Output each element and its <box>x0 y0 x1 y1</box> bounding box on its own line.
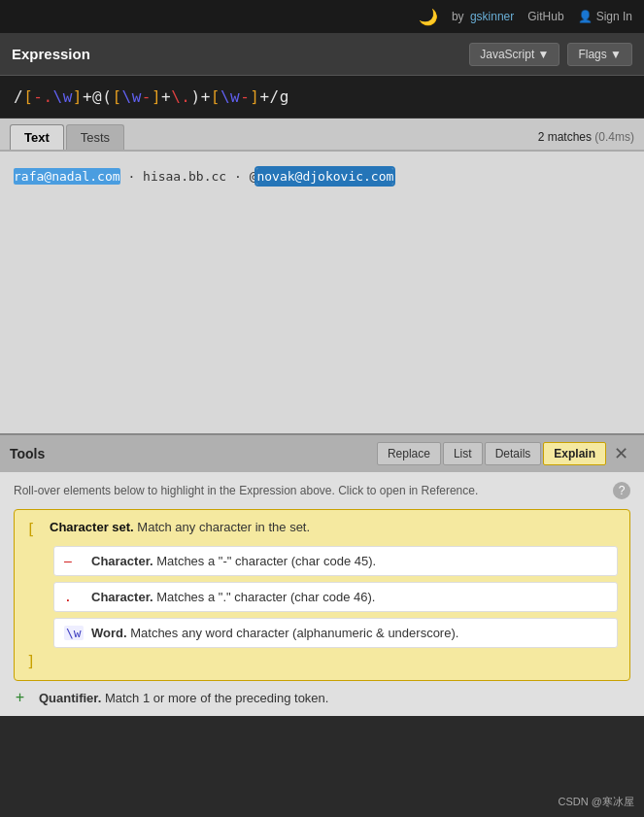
expr-plus-1: + <box>83 87 92 106</box>
help-icon[interactable]: ? <box>613 482 630 499</box>
tools-title: Tools <box>10 446 45 461</box>
charset-label-strong: Character set. <box>50 520 134 534</box>
explain-child-w[interactable]: \w Word. Matches any word character (alp… <box>53 618 618 648</box>
expr-dash: - <box>33 87 43 106</box>
header-title: Expression <box>12 46 90 62</box>
expr-plus-2: + <box>161 87 171 106</box>
expr-open-bracket-2: [ <box>112 87 121 106</box>
match-1: rafa@nadal.com <box>14 168 120 185</box>
charset-row: [ Character set. Match any character in … <box>26 520 618 538</box>
expr-backslash-w-1: \w <box>53 87 73 106</box>
signin-link[interactable]: 👤 Sign In <box>578 10 632 23</box>
tab-text[interactable]: Text <box>10 124 64 150</box>
quantifier-label-strong: Quantifier. <box>39 691 101 705</box>
tools-close-button[interactable]: ✕ <box>608 441 634 466</box>
expr-close-bracket-2: ] <box>152 87 161 106</box>
charset-desc: Match any character in the set. <box>137 520 310 534</box>
header-buttons: JavaScript ▼ Flags ▼ <box>469 43 632 66</box>
close-bracket-sym: ] <box>26 652 618 670</box>
expr-dash-2: - <box>142 87 152 106</box>
expression-bar: /[-.\w]+@([\w-]+\.)+[\w-]+/g <box>0 76 644 119</box>
expression-text[interactable]: /[-.\w]+@([\w-]+\.)+[\w-]+/g <box>14 87 289 106</box>
gskinner-link[interactable]: gskinner <box>470 10 514 23</box>
expr-plus-3: + <box>201 87 211 106</box>
matches-count: 2 matches <box>538 130 592 144</box>
expr-flag: g <box>280 87 289 106</box>
matches-info: 2 matches (0.4ms) <box>538 130 634 150</box>
expr-close-bracket: ] <box>73 87 83 106</box>
quantifier-desc: Match 1 or more of the preceding token. <box>105 691 329 705</box>
expr-close-bracket-3: ] <box>250 87 259 106</box>
explain-children: – Character. Matches a "-" character (ch… <box>53 546 618 648</box>
child-dot-sym: . <box>64 590 84 604</box>
child-w-sym: \w <box>64 626 84 640</box>
expr-slash: / <box>14 87 23 106</box>
by-gskinner-text: by gskinner <box>452 10 514 23</box>
match-2: novak@djokovic.com <box>256 168 393 185</box>
expr-backslash-w-2: \w <box>122 87 142 106</box>
tools-tab-list[interactable]: List <box>443 442 483 465</box>
expr-slash-close: / <box>270 87 280 106</box>
explain-child-dash[interactable]: – Character. Matches a "-" character (ch… <box>53 546 618 576</box>
header: Expression JavaScript ▼ Flags ▼ <box>0 33 644 76</box>
hint-text: Roll-over elements below to highlight in… <box>14 484 478 497</box>
child-dash-label: Character. Matches a "-" character (char… <box>91 554 376 568</box>
expr-open-bracket: [ <box>23 87 33 106</box>
explain-tree: [ Character set. Match any character in … <box>14 509 630 681</box>
explain-child-dot[interactable]: . Character. Matches a "." character (ch… <box>53 582 618 612</box>
expr-open-paren: ( <box>102 87 112 106</box>
child-dash-sym: – <box>64 554 84 568</box>
charset-label: Character set. Match any character in th… <box>50 520 310 534</box>
child-w-label: Word. Matches any word character (alphan… <box>91 626 458 640</box>
moon-icon: 🌙 <box>419 8 438 26</box>
child-dot-label: Character. Matches a "." character (char… <box>91 590 375 604</box>
expr-dash-3: - <box>240 87 250 106</box>
open-bracket-sym: [ <box>26 520 42 538</box>
tools-hint: Roll-over elements below to highlight in… <box>14 482 630 499</box>
tabs-left: Text Tests <box>10 124 124 150</box>
top-nav: 🌙 by gskinner GitHub 👤 Sign In <box>0 0 644 33</box>
matches-time: (0.4ms) <box>594 130 634 144</box>
expr-plus-4: + <box>259 87 269 106</box>
tools-tab-replace[interactable]: Replace <box>377 442 441 465</box>
javascript-button[interactable]: JavaScript ▼ <box>469 43 559 66</box>
expr-close-paren: ) <box>190 87 200 106</box>
tools-body: Roll-over elements below to highlight in… <box>0 472 644 716</box>
user-icon: 👤 <box>578 10 593 23</box>
tools-tabs: Replace List Details Explain ✕ <box>377 441 634 466</box>
tab-bar: Text Tests 2 matches (0.4ms) <box>0 119 644 152</box>
quantifier-sym: + <box>16 689 31 706</box>
watermark: CSDN @寒冰屋 <box>559 795 634 809</box>
expr-dot: . <box>43 87 52 106</box>
github-link[interactable]: GitHub <box>527 10 563 23</box>
tools-header: Tools Replace List Details Explain ✕ <box>0 433 644 472</box>
flags-button[interactable]: Flags ▼ <box>567 43 632 66</box>
quantifier-label: Quantifier. Match 1 or more of the prece… <box>39 691 328 705</box>
expr-at: @ <box>92 87 102 106</box>
tools-tab-explain[interactable]: Explain <box>543 442 606 465</box>
text-area[interactable]: rafa@nadal.com · hisaa.bb.cc · @novak@dj… <box>0 152 644 433</box>
expr-backslash-w-3: \w <box>220 87 240 106</box>
tab-tests[interactable]: Tests <box>66 124 124 150</box>
expr-open-bracket-3: [ <box>211 87 220 106</box>
middle-text: · hisaa.bb.cc · @ <box>120 169 257 184</box>
tools-tab-details[interactable]: Details <box>485 442 542 465</box>
expr-backslash-dot: \. <box>171 87 190 106</box>
quantifier-row: + Quantifier. Match 1 or more of the pre… <box>14 689 630 706</box>
